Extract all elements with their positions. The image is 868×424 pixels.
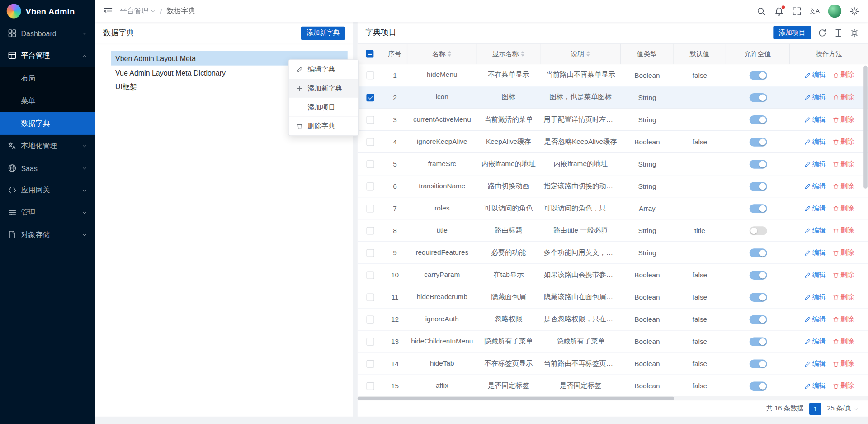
context-menu-item-add-item[interactable]: 添加项目 <box>289 98 358 117</box>
allow-null-toggle[interactable] <box>749 293 767 302</box>
row-checkbox[interactable] <box>366 360 374 367</box>
edit-row-button[interactable]: 编辑 <box>804 314 826 324</box>
refresh-icon[interactable] <box>817 28 827 38</box>
allow-null-toggle[interactable] <box>749 137 767 146</box>
app-logo[interactable]: Vben Admin <box>0 0 95 22</box>
table-settings-icon[interactable] <box>850 28 859 38</box>
avatar[interactable] <box>828 5 841 18</box>
allow-null-toggle[interactable] <box>749 226 767 235</box>
notification-icon[interactable] <box>774 6 783 16</box>
allow-null-toggle[interactable] <box>749 71 767 80</box>
delete-row-button[interactable]: 删除 <box>832 337 854 346</box>
sidebar-item-management[interactable]: 管理 <box>0 201 95 224</box>
delete-row-button[interactable]: 删除 <box>832 204 854 213</box>
delete-row-button[interactable]: 删除 <box>832 292 854 302</box>
vertical-scrollbar[interactable] <box>863 66 868 189</box>
delete-row-button[interactable]: 删除 <box>832 159 854 169</box>
sidebar-item-platform-management[interactable]: 平台管理 <box>0 44 95 67</box>
delete-row-button[interactable]: 删除 <box>832 93 854 102</box>
edit-row-button[interactable]: 编辑 <box>804 159 826 169</box>
row-checkbox[interactable] <box>366 182 374 190</box>
sidebar-item-saas[interactable]: Saas <box>0 157 95 179</box>
row-checkbox[interactable] <box>366 71 374 79</box>
allow-null-toggle[interactable] <box>749 204 767 213</box>
row-checkbox[interactable] <box>366 315 374 323</box>
allow-null-toggle[interactable] <box>749 271 767 280</box>
edit-row-button[interactable]: 编辑 <box>804 71 826 80</box>
sort-icons[interactable] <box>586 51 590 57</box>
edit-row-button[interactable]: 编辑 <box>804 381 826 391</box>
delete-row-button[interactable]: 删除 <box>832 115 854 124</box>
sidebar-item-gateway[interactable]: 应用网关 <box>0 179 95 201</box>
column-header[interactable]: 名称 <box>407 44 476 64</box>
row-checkbox[interactable] <box>366 94 374 101</box>
sidebar-item-data-dictionary[interactable]: 数据字典 <box>0 112 95 135</box>
row-checkbox[interactable] <box>366 338 374 345</box>
row-checkbox[interactable] <box>366 116 374 124</box>
delete-row-button[interactable]: 删除 <box>832 359 854 368</box>
settings-icon[interactable] <box>850 6 859 16</box>
delete-row-button[interactable]: 删除 <box>832 314 854 324</box>
context-menu-item-delete-dictionary[interactable]: 删除字典 <box>289 116 358 135</box>
column-height-icon[interactable] <box>834 28 843 38</box>
edit-row-button[interactable]: 编辑 <box>804 248 826 257</box>
sidebar-item-dashboard[interactable]: Dashboard <box>0 22 95 44</box>
page-size-select[interactable]: 25 条/页 <box>827 404 859 414</box>
sort-icons[interactable] <box>448 51 451 57</box>
edit-row-button[interactable]: 编辑 <box>804 270 826 280</box>
allow-null-toggle[interactable] <box>749 315 767 324</box>
translate-icon[interactable]: 文A <box>810 8 820 14</box>
edit-row-button[interactable]: 编辑 <box>804 337 826 346</box>
delete-row-button[interactable]: 删除 <box>832 137 854 147</box>
delete-row-button[interactable]: 删除 <box>832 181 854 191</box>
breadcrumb-item-platform[interactable]: 平台管理 <box>120 6 156 16</box>
column-header[interactable]: 显示名称 <box>476 44 540 64</box>
fullscreen-icon[interactable] <box>792 6 802 16</box>
row-checkbox[interactable] <box>366 271 374 279</box>
delete-row-button[interactable]: 删除 <box>832 381 854 391</box>
select-all-checkbox[interactable] <box>366 50 373 57</box>
delete-row-button[interactable]: 删除 <box>832 270 854 280</box>
edit-row-button[interactable]: 编辑 <box>804 93 826 102</box>
row-checkbox[interactable] <box>366 382 374 390</box>
edit-row-button[interactable]: 编辑 <box>804 359 826 368</box>
allow-null-toggle[interactable] <box>749 337 767 346</box>
column-header[interactable]: 说明 <box>540 44 621 64</box>
edit-row-button[interactable]: 编辑 <box>804 292 826 302</box>
row-checkbox[interactable] <box>366 205 374 212</box>
menu-fold-icon[interactable] <box>103 6 113 16</box>
context-menu-item-edit-dictionary[interactable]: 编辑字典 <box>289 60 358 79</box>
row-checkbox[interactable] <box>366 138 374 146</box>
sort-icons[interactable] <box>521 51 524 57</box>
edit-row-button[interactable]: 编辑 <box>804 137 826 147</box>
edit-row-button[interactable]: 编辑 <box>804 115 826 124</box>
horizontal-scrollbar[interactable] <box>358 397 674 400</box>
edit-row-button[interactable]: 编辑 <box>804 226 826 235</box>
allow-null-toggle[interactable] <box>749 93 767 102</box>
row-checkbox[interactable] <box>366 160 374 168</box>
allow-null-toggle[interactable] <box>749 359 767 368</box>
sidebar-item-localization[interactable]: 本地化管理 <box>0 135 95 157</box>
allow-null-toggle[interactable] <box>749 159 767 168</box>
allow-null-toggle[interactable] <box>749 115 767 124</box>
sidebar-item-layout[interactable]: 布局 <box>0 67 95 89</box>
edit-row-button[interactable]: 编辑 <box>804 181 826 191</box>
allow-null-toggle[interactable] <box>749 248 767 257</box>
row-checkbox[interactable] <box>366 249 374 257</box>
delete-row-button[interactable]: 删除 <box>832 71 854 80</box>
edit-row-button[interactable]: 编辑 <box>804 204 826 213</box>
cell-name: hideChildrenInMenu <box>407 331 476 353</box>
allow-null-toggle[interactable] <box>749 182 767 191</box>
delete-row-button[interactable]: 删除 <box>832 226 854 235</box>
search-icon[interactable] <box>756 6 766 16</box>
delete-row-button[interactable]: 删除 <box>832 248 854 257</box>
add-dictionary-button[interactable]: 添加新字典 <box>301 26 345 39</box>
sidebar-item-object-storage[interactable]: 对象存储 <box>0 224 95 246</box>
page-number[interactable]: 1 <box>809 402 821 414</box>
sidebar-item-menu[interactable]: 菜单 <box>0 89 95 112</box>
row-checkbox[interactable] <box>366 293 374 301</box>
row-checkbox[interactable] <box>366 227 374 234</box>
context-menu-item-add-dictionary[interactable]: 添加新字典 <box>289 79 358 98</box>
add-item-button[interactable]: 添加项目 <box>773 26 811 39</box>
allow-null-toggle[interactable] <box>749 381 767 391</box>
